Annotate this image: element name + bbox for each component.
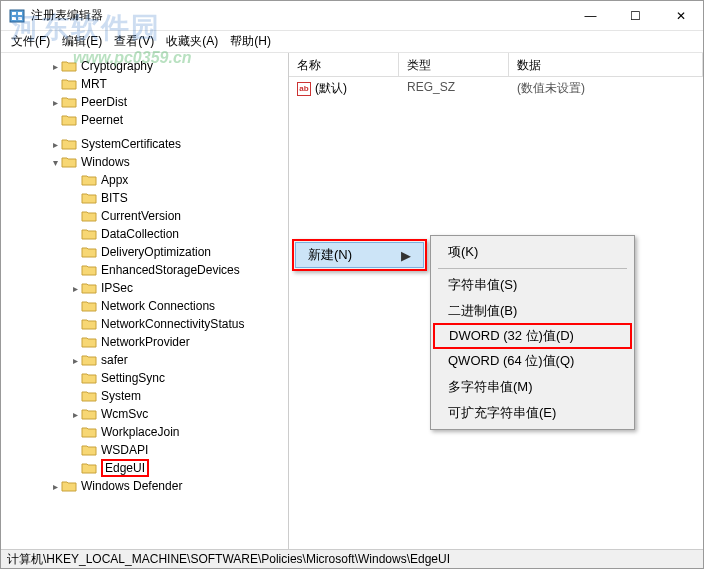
folder-icon xyxy=(81,425,97,439)
list-panel[interactable]: 名称 类型 数据 ab (默认) REG_SZ (数值未设置) 新建(N) ▶ … xyxy=(289,53,703,549)
tree-item-label: IPSec xyxy=(101,281,133,295)
close-button[interactable]: ✕ xyxy=(658,1,703,31)
tree-item-peernet[interactable]: Peernet xyxy=(1,111,288,129)
folder-icon xyxy=(81,191,97,205)
titlebar: 注册表编辑器 — ☐ ✕ xyxy=(1,1,703,31)
menu-new-label: 新建(N) xyxy=(308,246,352,264)
tree-item-safer[interactable]: ▸safer xyxy=(1,351,288,369)
tree-item-peerdist[interactable]: ▸PeerDist xyxy=(1,93,288,111)
window-title: 注册表编辑器 xyxy=(31,7,568,24)
svg-rect-3 xyxy=(12,17,16,20)
menu-favorites[interactable]: 收藏夹(A) xyxy=(160,31,224,52)
tree-expander-icon[interactable]: ▸ xyxy=(49,139,61,150)
tree-item-networkconnectivitystatus[interactable]: NetworkConnectivityStatus xyxy=(1,315,288,333)
tree-item-enhancedstoragedevices[interactable]: EnhancedStorageDevices xyxy=(1,261,288,279)
tree-expander-icon[interactable]: ▸ xyxy=(69,355,81,366)
menu-new-string[interactable]: 字符串值(S) xyxy=(434,272,631,298)
tree-item-deliveryoptimization[interactable]: DeliveryOptimization xyxy=(1,243,288,261)
menu-edit[interactable]: 编辑(E) xyxy=(56,31,108,52)
tree-item-label: Windows Defender xyxy=(81,479,182,493)
tree-item-currentversion[interactable]: CurrentVersion xyxy=(1,207,288,225)
context-menu-primary: 新建(N) ▶ xyxy=(292,239,427,271)
tree-expander-icon[interactable]: ▸ xyxy=(49,61,61,72)
menu-new[interactable]: 新建(N) ▶ xyxy=(295,242,424,268)
menu-new-expand-string[interactable]: 可扩充字符串值(E) xyxy=(434,400,631,426)
tree-item-system[interactable]: System xyxy=(1,387,288,405)
tree-item-bits[interactable]: BITS xyxy=(1,189,288,207)
menu-file[interactable]: 文件(F) xyxy=(5,31,56,52)
tree-item-cryptography[interactable]: ▸Cryptography xyxy=(1,57,288,75)
tree-item-label: EnhancedStorageDevices xyxy=(101,263,240,277)
column-name[interactable]: 名称 xyxy=(289,53,399,76)
tree-expander-icon[interactable]: ▸ xyxy=(69,409,81,420)
list-row[interactable]: ab (默认) REG_SZ (数值未设置) xyxy=(289,77,703,100)
folder-icon xyxy=(81,389,97,403)
tree-item-label: SystemCertificates xyxy=(81,137,181,151)
folder-icon xyxy=(61,137,77,151)
tree-expander-icon[interactable]: ▸ xyxy=(49,97,61,108)
tree-item-label: Network Connections xyxy=(101,299,215,313)
tree-item-wcmsvc[interactable]: ▸WcmSvc xyxy=(1,405,288,423)
column-data[interactable]: 数据 xyxy=(509,53,703,76)
tree-expander-icon[interactable]: ▾ xyxy=(49,157,61,168)
tree-item-windows[interactable]: ▾Windows xyxy=(1,153,288,171)
tree-item-network-connections[interactable]: Network Connections xyxy=(1,297,288,315)
tree-item-label: CurrentVersion xyxy=(101,209,181,223)
tree-item-label: System xyxy=(101,389,141,403)
folder-icon xyxy=(81,281,97,295)
folder-icon xyxy=(61,479,77,493)
svg-rect-1 xyxy=(12,12,16,15)
tree-expander-icon[interactable]: ▸ xyxy=(49,481,61,492)
folder-icon xyxy=(81,263,97,277)
statusbar: 计算机\HKEY_LOCAL_MACHINE\SOFTWARE\Policies… xyxy=(1,549,703,569)
menu-view[interactable]: 查看(V) xyxy=(108,31,160,52)
tree-expander-icon[interactable]: ▸ xyxy=(69,283,81,294)
tree-item-edgeui[interactable]: EdgeUI xyxy=(1,459,288,477)
menu-new-dword[interactable]: DWORD (32 位)值(D) xyxy=(433,323,632,349)
tree-item-label: NetworkConnectivityStatus xyxy=(101,317,244,331)
context-menu-secondary: 项(K) 字符串值(S) 二进制值(B) DWORD (32 位)值(D) QW… xyxy=(430,235,635,430)
tree-item-systemcertificates[interactable]: ▸SystemCertificates xyxy=(1,135,288,153)
tree-item-settingsync[interactable]: SettingSync xyxy=(1,369,288,387)
folder-icon xyxy=(81,443,97,457)
menu-new-qword[interactable]: QWORD (64 位)值(Q) xyxy=(434,348,631,374)
tree-item-label: WcmSvc xyxy=(101,407,148,421)
folder-icon xyxy=(81,353,97,367)
app-icon xyxy=(9,8,25,24)
tree-item-wsdapi[interactable]: WSDAPI xyxy=(1,441,288,459)
tree-item-label: WorkplaceJoin xyxy=(101,425,179,439)
folder-icon xyxy=(61,95,77,109)
value-type: REG_SZ xyxy=(399,79,509,98)
menu-new-multi-string[interactable]: 多字符串值(M) xyxy=(434,374,631,400)
tree-item-appx[interactable]: Appx xyxy=(1,171,288,189)
menu-help[interactable]: 帮助(H) xyxy=(224,31,277,52)
list-header: 名称 类型 数据 xyxy=(289,53,703,77)
folder-icon xyxy=(81,371,97,385)
tree-item-label: Cryptography xyxy=(81,59,153,73)
tree-item-label: WSDAPI xyxy=(101,443,148,457)
maximize-button[interactable]: ☐ xyxy=(613,1,658,31)
tree-item-networkprovider[interactable]: NetworkProvider xyxy=(1,333,288,351)
tree-item-mrt[interactable]: MRT xyxy=(1,75,288,93)
folder-icon xyxy=(61,155,77,169)
tree-item-label: MRT xyxy=(81,77,107,91)
folder-icon xyxy=(61,59,77,73)
window-controls: — ☐ ✕ xyxy=(568,1,703,31)
tree-item-label: NetworkProvider xyxy=(101,335,190,349)
tree-panel[interactable]: ▸CryptographyMRT▸PeerDistPeernet▸SystemC… xyxy=(1,53,289,549)
svg-rect-4 xyxy=(18,17,22,20)
tree-item-workplacejoin[interactable]: WorkplaceJoin xyxy=(1,423,288,441)
tree-item-windows-defender[interactable]: ▸Windows Defender xyxy=(1,477,288,495)
menu-new-binary[interactable]: 二进制值(B) xyxy=(434,298,631,324)
svg-rect-0 xyxy=(10,10,24,22)
tree-item-label: BITS xyxy=(101,191,128,205)
tree-item-label: Appx xyxy=(101,173,128,187)
svg-rect-2 xyxy=(18,12,22,15)
tree-item-ipsec[interactable]: ▸IPSec xyxy=(1,279,288,297)
submenu-arrow-icon: ▶ xyxy=(401,248,411,263)
tree-item-label: EdgeUI xyxy=(101,459,149,477)
column-type[interactable]: 类型 xyxy=(399,53,509,76)
minimize-button[interactable]: — xyxy=(568,1,613,31)
menu-new-key[interactable]: 项(K) xyxy=(434,239,631,265)
tree-item-datacollection[interactable]: DataCollection xyxy=(1,225,288,243)
